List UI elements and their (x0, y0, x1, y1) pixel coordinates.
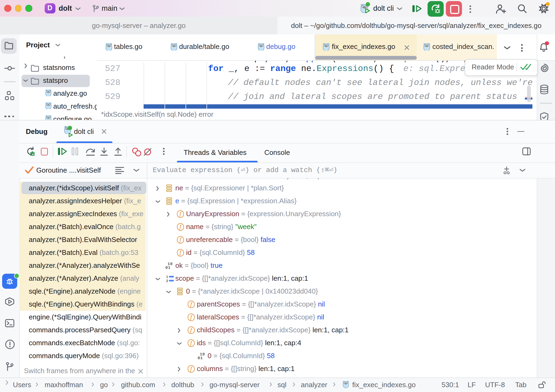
svg-text:1: 1 (166, 275, 168, 279)
svg-text:2: 2 (166, 279, 168, 282)
